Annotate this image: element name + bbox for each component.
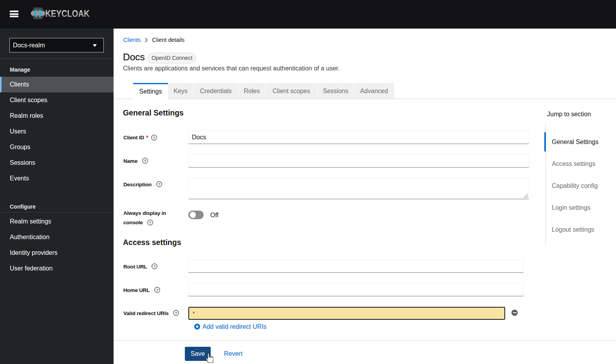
- svg-text:?: ?: [154, 264, 156, 268]
- svg-text:?: ?: [144, 159, 146, 163]
- svg-text:?: ?: [175, 311, 177, 315]
- svg-text:?: ?: [158, 182, 160, 186]
- svg-text:?: ?: [156, 288, 158, 292]
- svg-text:?: ?: [153, 135, 155, 139]
- svg-text:KEYCLOAK: KEYCLOAK: [45, 8, 90, 19]
- svg-text:?: ?: [149, 220, 152, 224]
